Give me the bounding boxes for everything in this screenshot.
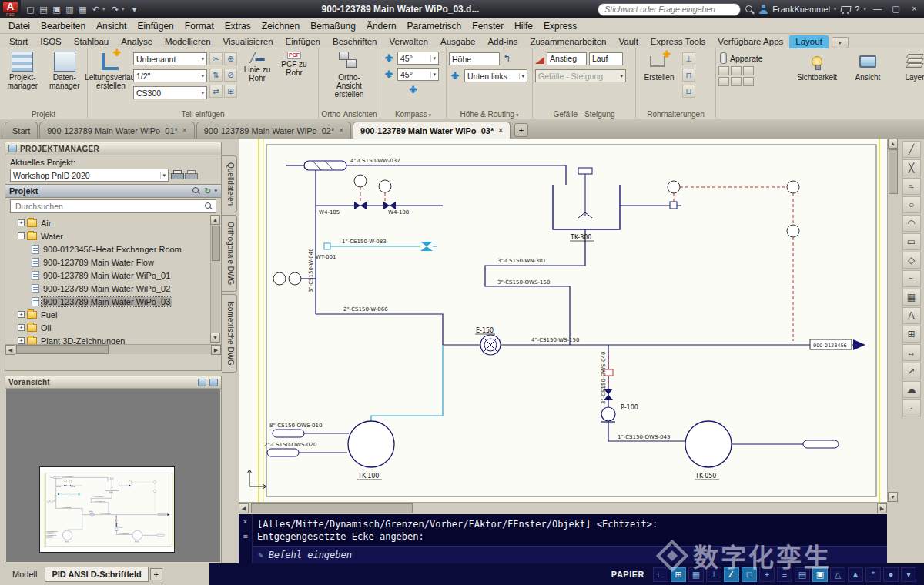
workspace-gear-icon[interactable]: *	[865, 567, 881, 582]
osnap-icon[interactable]: □	[742, 567, 757, 582]
tree-item-4[interactable]: 900-123789 Main Water WiPo_01	[5, 269, 221, 282]
drawing-canvas[interactable]: 4"-CS150-WW-037 W4-105 W4-108 3"-CS150-W…	[239, 139, 887, 502]
tree-expander-icon[interactable]: +	[18, 311, 25, 318]
pipe-break-icon[interactable]: ✂	[209, 52, 223, 65]
tree-vertical-scrollbar[interactable]: ▲▼	[210, 215, 220, 343]
menu-item-express[interactable]: Express	[538, 19, 582, 33]
datenmanager-button[interactable]: Daten- manager	[45, 51, 85, 109]
tree-expander-icon[interactable]: +	[18, 324, 25, 331]
scroll-right-icon[interactable]: ▶	[211, 345, 221, 355]
tree-horizontal-scrollbar[interactable]: ◀ ▶	[5, 344, 221, 354]
vscroll-thumb[interactable]	[889, 149, 898, 194]
draw-line-icon[interactable]: ╱	[902, 141, 921, 158]
support-del-icon[interactable]: ⊔	[682, 85, 695, 98]
search-input[interactable]	[598, 3, 741, 16]
doc-tab-0[interactable]: Start	[5, 122, 38, 139]
anstieg-field[interactable]: Anstieg	[547, 52, 587, 65]
isolate-icon[interactable]: ●	[883, 567, 899, 582]
close-icon[interactable]: ×	[339, 126, 343, 135]
leitungsverlauf-button[interactable]: Leitungsverlauf erstellen	[90, 51, 132, 109]
gefaelle-dropdown[interactable]: Gefälle - Steigung ▾	[535, 69, 626, 82]
tree-item-2[interactable]: 900-0123456-Heat Exchanger Room	[5, 242, 221, 256]
preview-save-icon[interactable]	[198, 379, 206, 386]
ribbon-tab-vault[interactable]: Vault	[613, 35, 644, 48]
print-icon[interactable]	[171, 170, 182, 180]
point-icon[interactable]: ·	[902, 399, 921, 416]
scroll-down-icon[interactable]: ▼	[210, 333, 220, 343]
new-layout-button[interactable]: +	[150, 568, 162, 580]
dim-linear-icon[interactable]: ↔	[902, 344, 921, 361]
doc-tab-3[interactable]: 900-123789 Main Water WiPo_03*×	[353, 122, 511, 139]
minimize-button[interactable]: —	[870, 2, 885, 16]
tree-vscroll-thumb[interactable]	[212, 226, 220, 261]
tree-item-9[interactable]: +Plant 3D-Zeichnungen	[5, 334, 221, 344]
ribbon-options-caret-icon[interactable]: ▾	[832, 37, 849, 48]
command-prompt[interactable]: ✎ Befehl eingeben	[253, 546, 887, 563]
close-button[interactable]: ×	[907, 2, 922, 16]
close-icon[interactable]: ×	[498, 126, 503, 135]
routing-up-icon[interactable]: ↰	[503, 52, 511, 65]
ribbon-tab-modellieren[interactable]: Modellieren	[159, 35, 216, 48]
project-section-header[interactable]: Projekt ↻ ▾	[5, 184, 221, 198]
projektmanager-header[interactable]: PROJEKTMANAGER	[5, 142, 221, 155]
draw-spline-icon[interactable]: ~	[902, 270, 921, 287]
search-icon[interactable]	[745, 5, 755, 15]
tree-item-6[interactable]: 900-123789 Main Water WiPo_03	[5, 295, 221, 308]
ribbon-tab-einf-gen[interactable]: Einfügen	[280, 35, 326, 48]
coords-icon[interactable]: ∟	[653, 567, 668, 582]
otrack-icon[interactable]: +	[759, 567, 775, 582]
help-caret-icon[interactable]: ▾	[863, 6, 866, 12]
layout-tab-pid[interactable]: PID ANSI D-Schriftfeld	[45, 567, 148, 582]
ribbon-tab-add-ins[interactable]: Add-ins	[481, 35, 524, 48]
close-icon[interactable]: ×	[243, 517, 247, 526]
new-drawing-tab-button[interactable]: +	[514, 123, 528, 137]
maximize-button[interactable]: ▢	[889, 2, 903, 16]
ribbon-tab-layout[interactable]: Layout	[789, 35, 829, 48]
draw-table-icon[interactable]: ⊞	[902, 326, 921, 343]
linie-zu-rohr-button[interactable]: ╱▬ Linie zu Rohr	[239, 51, 275, 109]
plot-settings-icon[interactable]	[185, 170, 196, 180]
menu-item-extras[interactable]: Extras	[219, 19, 256, 33]
autocad-logo[interactable]: A P3D	[0, 0, 21, 18]
draw-arc-icon[interactable]: ◠	[902, 215, 921, 232]
pipe-add-icon[interactable]: ⊕	[224, 52, 237, 65]
qat-save-icon[interactable]: ▣	[50, 2, 63, 16]
close-icon[interactable]: ×	[182, 126, 187, 135]
tree-expander-icon[interactable]: −	[18, 232, 25, 239]
qat-redo-icon-caret[interactable]: ▾	[122, 6, 128, 12]
paper-space-label[interactable]: PAPIER	[611, 570, 644, 579]
ribbon-tab-isos[interactable]: ISOS	[34, 35, 67, 48]
user-menu-caret-icon[interactable]: ▾	[834, 6, 837, 12]
ansicht-button[interactable]: Ansicht	[846, 51, 889, 82]
pid-drawing[interactable]: 4"-CS150-WW-037 W4-105 W4-108 3"-CS150-W…	[239, 139, 886, 502]
scroll-right-icon[interactable]: ▶	[877, 503, 887, 513]
grip-icon[interactable]: ≡	[243, 532, 247, 540]
ortho-icon[interactable]: ⊥	[706, 567, 721, 582]
qat-undo-icon-caret[interactable]: ▾	[102, 6, 109, 12]
horizontal-scrollbar[interactable]: ◀ ▶	[239, 502, 887, 514]
ribbon-tab-verf-gbare-apps[interactable]: Verfügbare Apps	[711, 35, 789, 48]
customize-icon[interactable]: ▾	[901, 567, 916, 582]
qat-plot-icon[interactable]: ▦	[76, 2, 89, 16]
menu-item--ndern[interactable]: Ändern	[361, 19, 402, 33]
ribbon-tab-stahlbau[interactable]: Stahlbau	[68, 35, 115, 48]
qat-undo-icon[interactable]: ↶	[89, 2, 102, 16]
polar-icon[interactable]: ∠	[724, 567, 739, 582]
layer-button[interactable]: Layer	[894, 51, 924, 82]
ribbon-tab-express-tools[interactable]: Express Tools	[644, 35, 711, 48]
palette-side-tab-0[interactable]: Quelldateien	[222, 155, 237, 212]
apparate-gallery[interactable]	[718, 66, 788, 86]
current-project-dropdown[interactable]: Workshop PnID 2020 ▾	[10, 169, 169, 182]
help-button[interactable]: ?	[855, 5, 859, 14]
unten-links-dropdown[interactable]: Unten links ▾	[464, 69, 527, 82]
menu-item-fenster[interactable]: Fenster	[467, 19, 509, 33]
spec-dropdown[interactable]: Unbenannt ▾	[133, 52, 207, 65]
snap-icon[interactable]: ▦	[688, 567, 704, 582]
compass-angle-dropdown-2[interactable]: 45° ▾	[397, 68, 439, 81]
pipe-node-icon[interactable]: ⊘	[224, 69, 237, 82]
draw-polyline-icon[interactable]: ≈	[902, 178, 921, 195]
draw-text-icon[interactable]: A	[902, 307, 921, 324]
draw-polygon-icon[interactable]: ◇	[902, 252, 921, 269]
section-caret-icon[interactable]: ▾	[214, 188, 217, 194]
menu-item-zeichnen[interactable]: Zeichnen	[256, 19, 305, 33]
